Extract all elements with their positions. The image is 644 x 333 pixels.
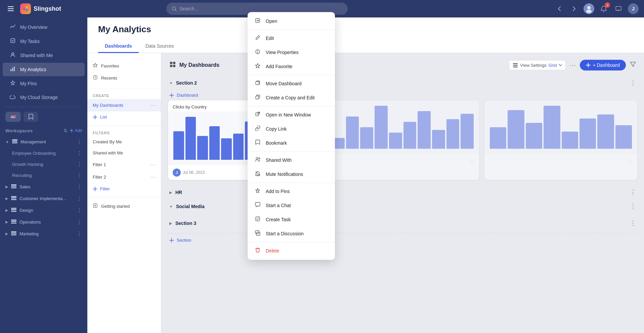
social-media-more[interactable]: ⋮ <box>630 203 636 210</box>
workspace-marketing[interactable]: ▶ Marketing ⋮ <box>0 228 87 240</box>
my-dashboards-more[interactable]: ⋯ <box>150 102 156 108</box>
hr-more[interactable]: ⋮ <box>630 189 636 196</box>
more-options-button[interactable]: ⋯ <box>570 61 576 69</box>
cm-mute-notifications[interactable]: Mute Notifications <box>248 167 335 181</box>
cm-create-copy[interactable]: Create a Copy and Edit <box>248 91 335 105</box>
card-star-3[interactable]: ☆ <box>628 157 633 164</box>
add-dashboard-row-1[interactable]: Dashboard <box>168 90 637 100</box>
hr-row[interactable]: ▶ HR ⋮ <box>168 185 637 199</box>
cm-open[interactable]: Open <box>248 14 335 28</box>
recents-icon <box>93 75 98 81</box>
lp-filter-1[interactable]: Filter 1 ⋯ <box>87 158 161 171</box>
workspace-recruiting[interactable]: Recruiting ⋮ <box>0 170 87 181</box>
view-settings-button[interactable]: View Settings Grid <box>509 60 566 70</box>
social-media-row[interactable]: ▼ Social Media ⋮ <box>168 199 637 213</box>
svg-rect-21 <box>12 142 17 143</box>
notification-badge: 1 <box>605 2 610 8</box>
add-filter-label: Filter <box>100 186 110 191</box>
filter-2-more[interactable]: ⋯ <box>150 174 156 180</box>
workspace-management[interactable]: ▼ Management ⋮ <box>0 136 87 148</box>
lp-getting-started[interactable]: Getting started <box>87 200 161 212</box>
svg-point-53 <box>256 157 258 159</box>
cm-start-a-chat-label: Start a Chat <box>266 203 291 208</box>
cm-add-to-pins[interactable]: Add to Pins <box>248 184 335 198</box>
sidebar-label-my-cloud-storage: My Cloud Storage <box>20 95 58 100</box>
lp-my-dashboards[interactable]: My Dashboards ⋯ <box>87 99 161 111</box>
lp-add-filter[interactable]: Filter <box>87 183 161 194</box>
user-avatar-j[interactable]: J <box>628 3 639 14</box>
workspace-employee-onboarding[interactable]: Employee Onboarding ⋮ <box>0 148 87 159</box>
cm-edit[interactable]: Edit <box>248 31 335 45</box>
workspace-sales[interactable]: ▶ Sales ⋮ <box>0 181 87 193</box>
section-3-row[interactable]: ▶ Section 3 ⋮ <box>168 216 637 230</box>
cm-open-new-window[interactable]: Open in New Window <box>248 108 335 122</box>
sidebar-nav-item-my-tasks[interactable]: My Tasks <box>3 35 85 48</box>
lp-filter-shared-with-me[interactable]: Shared with Me <box>87 147 161 158</box>
cm-bookmark[interactable]: Bookmark <box>248 136 335 150</box>
cm-view-properties[interactable]: View Properties <box>248 45 335 59</box>
section-3-more[interactable]: ⋮ <box>630 220 636 227</box>
workspace-design-more[interactable]: ⋮ <box>77 207 82 213</box>
cm-start-a-discussion[interactable]: Start a Discussion <box>248 227 335 241</box>
layers-button[interactable] <box>5 112 21 122</box>
growth-hacking-more[interactable]: ⋮ <box>77 161 82 168</box>
workspace-management-more[interactable]: ⋮ <box>77 139 82 145</box>
add-dashboard-button[interactable]: + Dashboard <box>580 60 626 70</box>
lp-filter-created-by-me[interactable]: Created By Me <box>87 136 161 147</box>
cm-copy-link[interactable]: Copy Link <box>248 122 335 136</box>
workspace-sales-more[interactable]: ⋮ <box>77 184 82 190</box>
notifications-button[interactable]: 1 <box>598 3 609 14</box>
section-2-row[interactable]: ▼ Section 2 ⋮ <box>168 76 637 90</box>
expand-sales-icon: ▶ <box>5 185 8 189</box>
bookmark-toggle-button[interactable] <box>24 112 38 122</box>
shared-with-icon <box>254 157 261 163</box>
filter-button[interactable] <box>630 62 636 69</box>
workspace-operations[interactable]: ▶ Operations ⋮ <box>0 216 87 228</box>
cm-start-a-chat[interactable]: Start a Chat <box>248 198 335 212</box>
employee-onboarding-more[interactable]: ⋮ <box>77 150 82 156</box>
workspace-operations-more[interactable]: ⋮ <box>77 219 82 225</box>
workspace-marketing-more[interactable]: ⋮ <box>77 231 82 237</box>
sort-icon[interactable]: ⇅ <box>63 128 68 133</box>
back-button[interactable] <box>554 3 565 14</box>
sidebar-nav-item-my-cloud-storage[interactable]: My Cloud Storage <box>3 91 85 104</box>
cm-delete[interactable]: Delete <box>248 244 335 258</box>
tab-dashboards[interactable]: Dashboards <box>98 40 139 53</box>
section-3-label: Section 3 <box>175 221 196 226</box>
filter-1-more[interactable]: ⋯ <box>150 161 156 168</box>
hamburger-menu[interactable] <box>5 3 16 14</box>
workspace-growth-hacking[interactable]: Growth Hacking ⋮ <box>0 159 87 170</box>
sidebar-nav-item-my-analytics[interactable]: My Analytics <box>3 63 85 76</box>
chat-button[interactable] <box>613 3 624 14</box>
cm-create-task[interactable]: Create Task <box>248 212 335 227</box>
card-star-2[interactable]: ☆ <box>470 157 474 164</box>
section-2-more[interactable]: ⋮ <box>630 79 636 87</box>
workspace-design[interactable]: ▶ Design ⋮ <box>0 204 87 216</box>
add-section-row[interactable]: Section <box>168 233 637 247</box>
user-avatar-left[interactable] <box>584 3 594 14</box>
cm-divider-5 <box>248 183 335 183</box>
sidebar-nav-item-my-pins[interactable]: My Pins <box>3 77 85 90</box>
svg-point-3 <box>23 7 26 10</box>
sidebar-nav-item-my-overview[interactable]: My Overview <box>3 20 85 34</box>
cm-add-favorite[interactable]: Add Favorite <box>248 59 335 74</box>
add-workspace-button[interactable]: Add <box>70 128 82 133</box>
search-input[interactable] <box>179 6 342 11</box>
create-label: CREATE <box>87 91 161 99</box>
lp-favorites[interactable]: Favorites <box>87 60 161 72</box>
workspace-customer-more[interactable]: ⋮ <box>77 195 82 202</box>
lp-add-list[interactable]: List <box>87 111 161 123</box>
svg-rect-32 <box>11 221 16 222</box>
cm-move-dashboard[interactable]: Move Dashboard <box>248 77 335 91</box>
workspace-customer-impl[interactable]: ▶ Customer Implementa... ⋮ <box>0 193 87 204</box>
lp-filter-2[interactable]: Filter 2 ⋯ <box>87 171 161 183</box>
lp-recents[interactable]: Recents <box>87 72 161 84</box>
recruiting-more[interactable]: ⋮ <box>77 172 82 179</box>
forward-button[interactable] <box>569 3 579 14</box>
tab-data-sources[interactable]: Data Sources <box>139 40 181 53</box>
card-chart-3 <box>484 100 637 154</box>
sidebar-nav-item-shared-with-me[interactable]: Shared with Me <box>3 49 85 62</box>
sidebar-label-my-analytics: My Analytics <box>20 67 46 72</box>
cm-shared-with[interactable]: Shared With <box>248 153 335 167</box>
svg-rect-52 <box>256 113 259 116</box>
